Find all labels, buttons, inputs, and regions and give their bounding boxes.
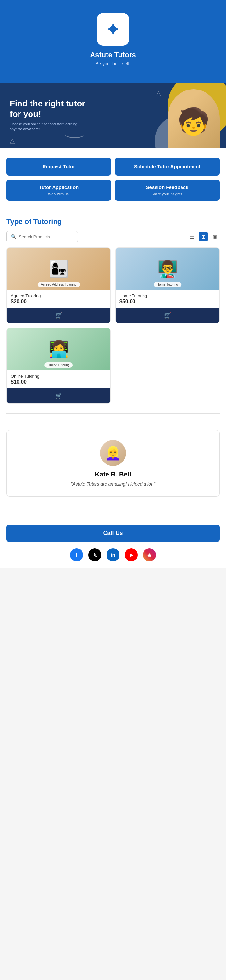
list-view-icon[interactable]: ☰ <box>187 232 196 241</box>
product-name-home: Home Tutoring <box>120 293 215 298</box>
add-to-cart-online[interactable]: 🛒 <box>7 388 111 403</box>
testimonial-name: Kate R. Bell <box>13 471 213 478</box>
request-tutor-button[interactable]: Request Tutor <box>6 158 111 176</box>
search-input-wrapper[interactable]: 🔍 <box>6 231 78 242</box>
person-icon: 🧒 <box>177 107 210 137</box>
banner-wave <box>65 132 84 138</box>
logo-container: ✦ <box>97 13 129 46</box>
product-name-online: Online Tutoring <box>11 374 106 379</box>
instagram-icon[interactable]: ◉ <box>143 549 156 562</box>
product-price-online: $10.00 <box>11 379 106 385</box>
view-icons: ☰ ⊞ ▣ <box>187 232 220 241</box>
banner-person-image: 🧒 <box>168 89 220 148</box>
social-icons: f 𝕏 in ▶ ◉ <box>6 549 220 562</box>
search-bar-row: 🔍 ☰ ⊞ ▣ <box>6 231 220 242</box>
product-image-home: 👨‍🏫 Home Tutoring <box>115 248 219 290</box>
grid-view-icon[interactable]: ⊞ <box>199 232 208 241</box>
product-image-agreed: 👩‍👧 Agreed Address Tutoring <box>7 248 111 290</box>
add-to-cart-home[interactable]: 🛒 <box>115 308 219 323</box>
avatar-icon: 👱‍♀️ <box>105 445 121 461</box>
search-icon: 🔍 <box>11 234 16 239</box>
product-grid: 👩‍👧 Agreed Address Tutoring Agreed Tutor… <box>6 247 220 404</box>
twitter-icon[interactable]: 𝕏 <box>89 549 101 562</box>
app-title: Astute Tutors <box>90 51 136 59</box>
hero-banner: △ △ Find the right tutor for you! Choose… <box>0 83 226 148</box>
testimonial-quote: "Astute Tutors are amazing! Helped a lot… <box>13 481 213 487</box>
testimonial-section: 👱‍♀️ Kate R. Bell "Astute Tutors are ama… <box>0 420 226 510</box>
add-to-cart-agreed[interactable]: 🛒 <box>7 308 111 323</box>
youtube-icon[interactable]: ▶ <box>125 549 137 562</box>
product-image-online: 👩‍💻 Online Tutoring <box>7 328 111 371</box>
product-badge-online: Online Tutoring <box>44 362 73 368</box>
banner-content: Find the right tutor for you! Choose you… <box>10 99 88 132</box>
testimonial-avatar: 👱‍♀️ <box>100 440 126 466</box>
banner-description: Choose your online tutor and start learn… <box>10 122 88 132</box>
product-info-online: Online Tutoring $10.00 <box>7 371 111 385</box>
product-card-home: 👨‍🏫 Home Tutoring Home Tutoring $50.00 🛒 <box>115 247 220 323</box>
product-badge-home: Home Tutoring <box>153 282 182 287</box>
facebook-icon[interactable]: f <box>70 549 83 562</box>
product-info-home: Home Tutoring $50.00 <box>115 290 219 305</box>
linkedin-icon[interactable]: in <box>106 549 120 562</box>
call-us-button[interactable]: Call Us <box>6 525 220 542</box>
header: ✦ Astute Tutors Be your best self! <box>0 0 226 83</box>
banner-triangle-top: △ <box>156 89 161 97</box>
section-title: Type of Tutoring <box>6 217 220 226</box>
banner-triangle-bottom: △ <box>10 137 14 145</box>
search-input[interactable] <box>19 234 74 239</box>
session-feedback-sub: Share your insights. <box>120 192 214 196</box>
testimonial-card: 👱‍♀️ Kate R. Bell "Astute Tutors are ama… <box>6 430 220 497</box>
product-price-agreed: $20.00 <box>11 299 106 305</box>
tutor-application-button[interactable]: Tutor Application Work with us. <box>6 180 111 201</box>
logo-icon: ✦ <box>105 18 121 41</box>
product-info-agreed: Agreed Tutoring $20.00 <box>7 290 111 305</box>
main-content: Request Tutor Schedule Tutor Appointment… <box>0 148 226 519</box>
session-feedback-button[interactable]: Session Feedback Share your insights. <box>115 180 220 201</box>
product-card-agreed: 👩‍👧 Agreed Address Tutoring Agreed Tutor… <box>6 247 111 323</box>
footer: Call Us f 𝕏 in ▶ ◉ <box>0 519 226 568</box>
compact-view-icon[interactable]: ▣ <box>210 232 220 241</box>
app-subtitle: Be your best self! <box>95 61 131 67</box>
tutor-application-sub: Work with us. <box>12 192 106 196</box>
product-price-home: $50.00 <box>120 299 215 305</box>
schedule-tutor-button[interactable]: Schedule Tutor Appointment <box>115 158 220 176</box>
product-card-online: 👩‍💻 Online Tutoring Online Tutoring $10.… <box>6 328 111 404</box>
product-name-agreed: Agreed Tutoring <box>11 293 106 298</box>
action-buttons-grid: Request Tutor Schedule Tutor Appointment… <box>6 158 220 201</box>
product-badge-agreed: Agreed Address Tutoring <box>37 282 79 287</box>
banner-title: Find the right tutor for you! <box>10 99 88 119</box>
